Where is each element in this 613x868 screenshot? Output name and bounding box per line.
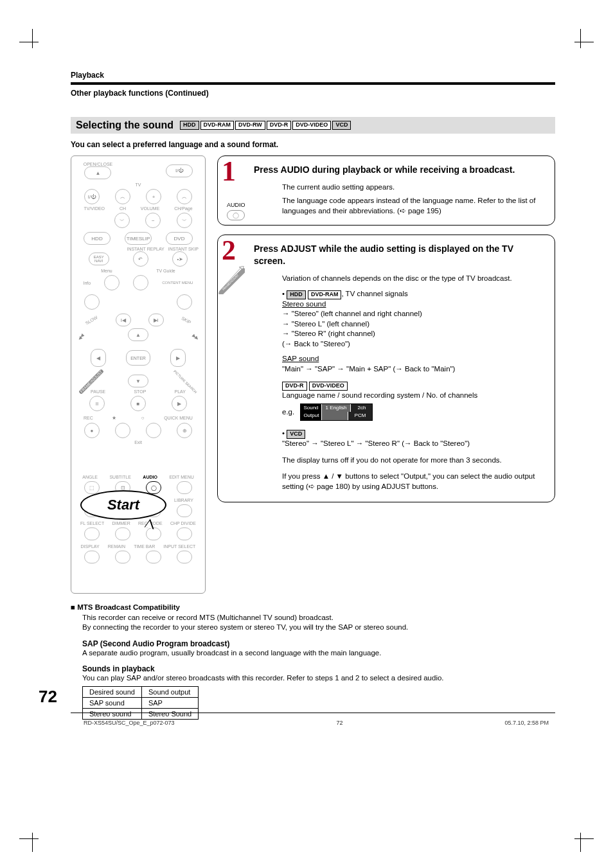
header-continued: Other playback functions (Continued)	[71, 89, 555, 98]
prev-icon: I◀	[116, 314, 131, 326]
chevron-up-icon: ︿	[115, 189, 130, 204]
power-icon: I/⏻	[166, 164, 193, 177]
label-info: Info	[84, 281, 91, 285]
label-slow: SLOW	[85, 315, 98, 325]
power-icon: I/⏻	[84, 189, 100, 204]
step-1-title: Press AUDIO during playback or while rec…	[254, 164, 546, 176]
eject-icon: ▲	[84, 166, 111, 179]
btn-info	[84, 294, 100, 310]
step-1-line2: The language code appears instead of the…	[282, 196, 546, 216]
svg-text:FRAME/ADJUST: FRAME/ADJUST	[222, 274, 240, 292]
tag-dvdr: DVD-R	[267, 121, 292, 130]
section-title-bar: Selecting the sound HDD DVD-RAM DVD-RW D…	[71, 117, 555, 134]
step-2-sap-heading: SAP sound	[282, 355, 319, 362]
label-tvguide: TV Guide	[156, 269, 175, 273]
step-2-s2: → "Stereo L" (left channel)	[282, 319, 546, 330]
remote-illustration: OPEN/CLOSE ▲ I/⏻ TV I/⏻ ︿ + ︿ TV/VIDEO C…	[71, 155, 206, 594]
table-h1: Desired sound	[83, 686, 142, 697]
ex-row1-v1: 1 English	[321, 404, 351, 412]
btn-dimmer	[115, 527, 130, 540]
remote-column: OPEN/CLOSE ▲ I/⏻ TV I/⏻ ︿ + ︿ TV/VIDEO C…	[71, 155, 206, 594]
label-menu: Menu	[101, 269, 112, 273]
tag-hdd: HDD	[180, 121, 199, 130]
btn-edit-menu	[177, 481, 192, 494]
ex-row2-spacer	[321, 412, 347, 420]
tag-dvdram: DVD-RAM	[308, 290, 342, 299]
label-instant-replay: INSTANT REPLAY	[127, 247, 164, 251]
label-pause: PAUSE	[91, 389, 105, 394]
btn-remain	[115, 551, 130, 563]
label-display: DISPLAY	[81, 544, 100, 549]
chevron-down-icon: ﹀	[177, 213, 192, 228]
step-2-variation: Variation of channels depends on the dis…	[282, 274, 546, 284]
label-angle: ANGLE	[82, 475, 98, 479]
tag-vcd: VCD	[332, 121, 351, 130]
label-time-bar: TIME BAR	[134, 544, 155, 549]
label-exit: Exit	[71, 440, 205, 445]
arrow-left-icon: ◀	[91, 349, 106, 367]
tag-hdd: HDD	[287, 290, 306, 299]
ex-row2-v2: PCM	[348, 412, 373, 420]
page-ref-icon	[308, 483, 315, 490]
step-1: 1 Press AUDIO during playback or while r…	[217, 155, 555, 226]
footer-left: RD-XS54SU/SC_Ope_E_p072-073	[84, 720, 175, 726]
footer-rule	[71, 713, 555, 713]
play-icon: ▶	[172, 396, 187, 411]
ex-row2-label: Output	[301, 412, 321, 420]
tag-vcd: VCD	[287, 430, 305, 439]
label-instant-skip: INSTANT SKIP	[168, 247, 199, 251]
record-icon: ●	[84, 423, 100, 438]
btn-menu	[104, 275, 120, 290]
step-2-s1: → "Stereo" (left channel and right chann…	[282, 309, 546, 319]
footer-right: 05.7.10, 2:58 PM	[504, 720, 549, 726]
tag-dvdrw: DVD-RW	[235, 121, 265, 130]
mts-heading: MTS Broadcast Compatibility	[71, 603, 555, 613]
btn-timeslip: TIMESLIP	[125, 232, 152, 245]
label-rec: REC	[84, 416, 93, 420]
btn-circle	[146, 423, 161, 438]
step-2-s3: → "Stereo R" (right channel)	[282, 329, 546, 339]
label-remain: REMAIN	[108, 544, 125, 549]
page-number: 72	[39, 687, 57, 707]
arrow-down-icon: ▼	[128, 375, 148, 387]
tag-dvdvideo: DVD-VIDEO	[292, 121, 331, 130]
step-2-vcd-seq: "Stereo" → "Stereo L" → "Stereo R" (→ Ba…	[282, 439, 546, 449]
sip-heading: Sounds in playback	[82, 664, 555, 673]
step-2-number: 2	[222, 231, 236, 269]
section-title: Selecting the sound	[76, 120, 173, 131]
table-cell: SAP sound	[83, 697, 142, 708]
btn-easy-navi: EASY NAVI	[89, 252, 109, 265]
pause-icon: II	[89, 396, 105, 411]
btn-chp-divide	[177, 527, 192, 540]
label-audio: AUDIO	[143, 475, 157, 479]
btn-tvguide	[133, 275, 148, 290]
audio-icon: ◯	[146, 481, 161, 494]
chevron-down-icon: ﹀	[114, 213, 130, 228]
forward-icon: ▶▶	[191, 333, 200, 342]
tag-dvdr: DVD-R	[282, 382, 307, 391]
angle-icon: ⬚	[84, 481, 100, 494]
label-input-select: INPUT SELECT	[163, 544, 195, 549]
section-tags: HDD DVD-RAM DVD-RW DVD-R DVD-VIDEO VCD	[180, 121, 351, 130]
label-volume: VOLUME	[141, 206, 160, 211]
step-2: 2 Press ADJUST while the audio setting i…	[217, 235, 555, 502]
btn-quick-menu: ⊕	[177, 423, 192, 438]
frame-adjust-icon: FRAME/ADJUST	[217, 266, 245, 294]
header-category: Playback	[71, 71, 555, 80]
chevron-up-icon: ︿	[177, 189, 192, 204]
btn-star	[115, 423, 130, 438]
table-row: Stereo sound Stereo Sound	[83, 708, 199, 719]
ex-row1-label: Sound	[301, 404, 321, 412]
next-icon: ▶I	[148, 314, 164, 326]
btn-input-select	[177, 551, 192, 563]
step-1-number: 1	[222, 152, 236, 190]
step-2-title: Press ADJUST while the audio setting is …	[254, 243, 546, 267]
label-quick-menu: QUICK MENU	[164, 416, 193, 420]
label-chpage: CH/Page	[174, 206, 192, 211]
stop-icon: ■	[130, 396, 146, 411]
table-cell: Stereo Sound	[141, 708, 198, 719]
mts-l1: This recorder can receive or record MTS …	[82, 613, 555, 623]
label-open-close: OPEN/CLOSE	[84, 162, 113, 166]
label-dimmer: DIMMER	[112, 521, 130, 526]
tag-dvdram: DVD-RAM	[200, 121, 235, 130]
